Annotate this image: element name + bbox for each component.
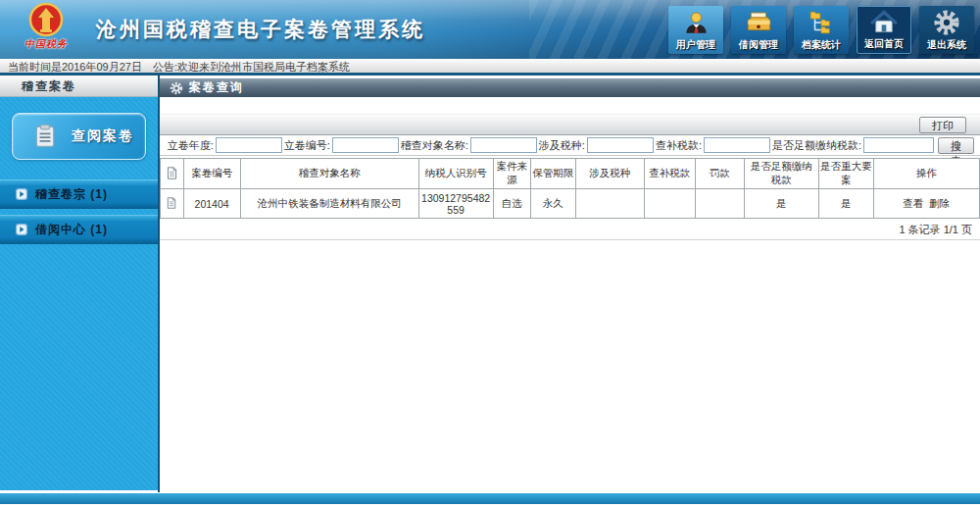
- cell-actions: 查看删除: [873, 189, 979, 219]
- table-header-row: 案卷编号 稽查对象名称 纳税人识别号 案件来源 保管期限 涉及税种 查补税款 罚…: [160, 159, 979, 189]
- notice-bar: 当前时间是2016年09月27日 公告:欢迎来到沧州市国税局电子档案系统: [0, 59, 980, 76]
- filter-row: 立卷年度: 立卷编号: 稽查对象名称: 涉及税种: 查补税款: 是否足额缴纳税款…: [160, 135, 980, 156]
- col-header-actions[interactable]: 操作: [873, 159, 979, 189]
- filing-year-input[interactable]: [216, 137, 282, 153]
- section-title: 案卷查询: [189, 79, 244, 96]
- col-header-paid-in-full[interactable]: 是否足额缴纳税款: [744, 159, 818, 189]
- nav-label: 借阅管理: [739, 38, 778, 52]
- sidebar-item-label: 稽查卷宗 (1): [35, 186, 108, 203]
- filing-number-input[interactable]: [332, 137, 399, 153]
- col-header-target-name[interactable]: 稽查对象名称: [240, 159, 418, 189]
- sidebar-item-inspection-dossiers[interactable]: 稽查卷宗 (1): [0, 179, 158, 209]
- document-icon: [166, 196, 177, 210]
- col-header-tax-types[interactable]: 涉及税种: [575, 159, 644, 189]
- cell-case-source: 自选: [493, 189, 530, 219]
- document-icon: [166, 166, 178, 180]
- nav-user-management-button[interactable]: 用户管理: [668, 6, 723, 54]
- pagination: 1 条记录 1/1 页: [160, 219, 980, 240]
- target-name-input[interactable]: [470, 137, 537, 153]
- filter-label-filing-number: 立卷编号:: [284, 138, 330, 153]
- nav-label: 用户管理: [676, 38, 715, 52]
- tax-emblem-icon: [28, 2, 64, 37]
- cell-case-no: 201404: [183, 189, 240, 219]
- nav-borrow-management-button[interactable]: 借阅管理: [731, 6, 786, 54]
- nav-label: 返回首页: [864, 37, 904, 51]
- tax-types-input[interactable]: [587, 137, 654, 153]
- filter-label-filing-year: 立卷年度:: [168, 138, 214, 153]
- view-casefiles-label: 查阅案卷: [72, 127, 134, 145]
- app-header: 中国税务 沧州国税稽查电子案卷管理系统 用户管理: [0, 0, 980, 59]
- nav-label: 退出系统: [927, 38, 966, 52]
- cell-paid-in-full: 是: [744, 189, 818, 219]
- cell-tax-types: [575, 189, 644, 219]
- delete-link[interactable]: 删除: [926, 197, 953, 209]
- sidebar-item-borrow-center[interactable]: 借阅中心 (1): [0, 215, 158, 244]
- recovered-tax-input[interactable]: [704, 137, 770, 153]
- print-button[interactable]: 打印: [919, 117, 966, 133]
- spacer: [160, 97, 980, 114]
- nav-home-button[interactable]: 返回首页: [857, 6, 911, 54]
- col-header-case-no[interactable]: 案卷编号: [183, 159, 240, 189]
- sidebar: 稽查案卷 查阅案卷 稽查卷宗 (1): [0, 76, 158, 492]
- casefile-table: 案卷编号 稽查对象名称 纳税人识别号 案件来源 保管期限 涉及税种 查补税款 罚…: [160, 158, 980, 219]
- clipboard-icon: [32, 123, 58, 150]
- nav-label: 档案统计: [802, 38, 841, 52]
- cell-taxpayer-id: 130912795482559: [418, 189, 493, 219]
- tax-logo: 中国税务: [10, 2, 82, 51]
- body-row: 稽查案卷 查阅案卷 稽查卷宗 (1): [0, 76, 980, 492]
- folder-tree-icon: [808, 7, 835, 38]
- footer-bar: [0, 492, 980, 504]
- nav-exit-system-button[interactable]: 退出系统: [919, 6, 974, 54]
- header-left: 中国税务 沧州国税稽查电子案卷管理系统: [10, 2, 425, 51]
- row-document-icon-cell: [160, 189, 183, 219]
- home-icon: [870, 7, 898, 37]
- arrow-bullet-icon: [16, 188, 27, 200]
- filter-label-tax-types: 涉及税种:: [539, 138, 585, 153]
- cell-fine: [695, 189, 744, 219]
- user-icon: [683, 7, 710, 38]
- paid-in-full-input[interactable]: [863, 137, 934, 153]
- col-header-fine[interactable]: 罚款: [695, 159, 744, 189]
- sidebar-item-label: 借阅中心 (1): [35, 222, 108, 238]
- view-link[interactable]: 查看: [900, 197, 926, 209]
- document-icon-header: [160, 159, 183, 189]
- toolbar: 打印: [160, 114, 980, 135]
- col-header-case-source[interactable]: 案件来源: [493, 159, 530, 189]
- cell-major-case: 是: [818, 189, 873, 219]
- nav-archive-statistics-button[interactable]: 档案统计: [794, 6, 849, 54]
- filter-label-target-name: 稽查对象名称:: [401, 138, 468, 153]
- col-header-recovered-tax[interactable]: 查补税款: [644, 159, 695, 189]
- col-header-major-case[interactable]: 是否重大要案: [818, 159, 873, 189]
- gear-icon: [170, 81, 183, 95]
- table-row: 201404 沧州中铁装备制造材料有限公司 130912795482559 自选…: [160, 189, 979, 219]
- filter-label-paid-in-full: 是否足额缴纳税款:: [772, 138, 861, 153]
- view-casefiles-button[interactable]: 查阅案卷: [12, 113, 146, 160]
- col-header-taxpayer-id[interactable]: 纳税人识别号: [418, 159, 493, 189]
- gear-icon: [933, 7, 960, 38]
- cell-target-name: 沧州中铁装备制造材料有限公司: [240, 189, 418, 219]
- section-bar: 案卷查询: [160, 78, 980, 97]
- cell-recovered-tax: [644, 189, 695, 219]
- archive-box-icon: [745, 7, 772, 38]
- sidebar-header: 稽查案卷: [0, 76, 158, 97]
- app-title: 沧州国税稽查电子案卷管理系统: [96, 16, 425, 43]
- main-content: 案卷查询 打印 立卷年度: 立卷编号: 稽查对象名称: 涉及税种: 查补税款: …: [158, 76, 980, 492]
- search-button[interactable]: 搜索: [938, 137, 974, 154]
- header-nav: 用户管理 借阅管理: [668, 6, 974, 54]
- col-header-retention[interactable]: 保管期限: [530, 159, 575, 189]
- cell-retention: 永久: [530, 189, 575, 219]
- logo-text: 中国税务: [24, 37, 68, 51]
- arrow-bullet-icon: [16, 224, 27, 235]
- filter-label-recovered-tax: 查补税款:: [656, 138, 702, 153]
